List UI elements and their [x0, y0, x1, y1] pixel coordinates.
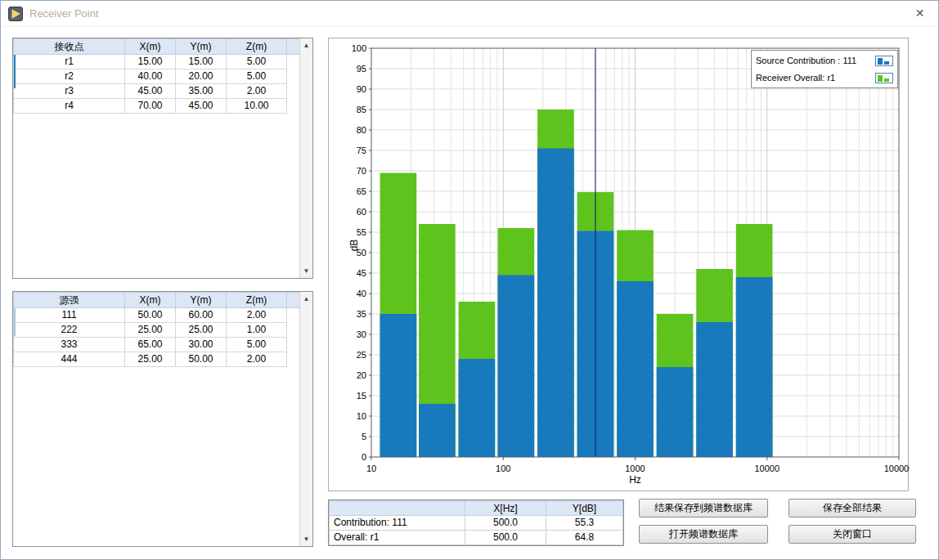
legend-item-contribution[interactable]: Source Contribution : 111 — [756, 53, 893, 68]
table-cell[interactable]: 444 — [14, 352, 125, 367]
column-header: Y(m) — [176, 39, 227, 55]
table-cell[interactable]: 50.00 — [125, 308, 176, 323]
table-cell[interactable]: 2.00 — [227, 352, 287, 367]
column-header: Z(m) — [227, 293, 287, 308]
table-cell[interactable]: 222 — [14, 323, 125, 338]
receiver-table-scrollbar[interactable]: ▲ ▼ — [299, 38, 312, 278]
table-cell[interactable]: 70.00 — [125, 99, 176, 114]
table-cell[interactable]: 25.00 — [125, 352, 176, 367]
readout-header-blank — [330, 501, 465, 516]
selection-indicator — [14, 308, 16, 336]
source-strength-table: 源强X(m)Y(m)Z(m)11150.0060.002.0022225.002… — [12, 291, 313, 547]
table-cell[interactable]: 2.00 — [227, 308, 287, 323]
table-cell[interactable]: 333 — [14, 338, 125, 352]
table-cell[interactable]: 65.00 — [125, 338, 176, 352]
table-cell[interactable]: 5.00 — [227, 55, 287, 69]
bar-plot-icon — [875, 56, 893, 66]
table-cell[interactable]: 5.00 — [227, 338, 287, 352]
svg-text:20: 20 — [357, 370, 366, 380]
svg-text:70: 70 — [357, 166, 366, 176]
svg-text:30: 30 — [357, 329, 366, 339]
row-filler — [287, 99, 301, 114]
svg-text:10000: 10000 — [754, 464, 780, 473]
table-cell[interactable]: 45.00 — [125, 84, 176, 99]
table-cell[interactable]: 40.00 — [125, 69, 176, 84]
table-cell[interactable]: r4 — [14, 99, 125, 114]
table-cell[interactable]: 35.00 — [176, 84, 227, 99]
bar-contribution — [380, 314, 417, 457]
svg-text:0: 0 — [362, 452, 366, 462]
open-spectrum-db-button[interactable]: 打开频谱数据库 — [639, 525, 768, 544]
table-row: r345.0035.002.00 — [14, 84, 301, 99]
legend-label-contribution: Source Contribution : 111 — [756, 56, 856, 65]
table-cell[interactable]: 45.00 — [176, 99, 227, 114]
table-cell[interactable]: 60.00 — [176, 308, 227, 323]
scroll-down-icon[interactable]: ▼ — [300, 265, 312, 277]
labview-app-icon — [8, 7, 23, 21]
readout-header-y: Y[dB] — [546, 501, 623, 516]
readout-header-x: X[Hz] — [465, 501, 546, 516]
table-cell[interactable]: 15.00 — [176, 55, 227, 69]
scroll-down-icon[interactable]: ▼ — [300, 533, 312, 545]
svg-text:65: 65 — [357, 186, 366, 196]
spectrum-chart-panel: 0510152025303540455055606570758085909510… — [328, 38, 909, 491]
source-table-scrollbar[interactable]: ▲ ▼ — [299, 292, 312, 546]
row-filler — [287, 308, 301, 323]
scroll-up-icon[interactable]: ▲ — [300, 293, 312, 305]
column-header: X(m) — [125, 39, 176, 55]
table-cell[interactable]: 30.00 — [176, 338, 227, 352]
svg-text:35: 35 — [357, 309, 366, 319]
table-cell[interactable]: r2 — [14, 69, 125, 84]
row-filler — [287, 338, 301, 352]
table-cell[interactable]: 25.00 — [176, 323, 227, 338]
table-cell[interactable]: 20.00 — [176, 69, 227, 84]
svg-text:1000: 1000 — [625, 464, 645, 473]
row-filler — [287, 323, 301, 338]
column-header: X(m) — [125, 293, 176, 308]
bar-contribution — [419, 404, 456, 457]
bar-contribution — [736, 277, 773, 457]
scroll-up-icon[interactable]: ▲ — [300, 39, 312, 52]
x-axis-label: Hz — [371, 474, 899, 486]
table-cell[interactable]: 111 — [14, 308, 125, 323]
column-header: 接收点 — [14, 39, 125, 55]
legend-item-overall[interactable]: Receiver Overall: r1 — [756, 70, 893, 85]
table-cell[interactable]: 10.00 — [227, 99, 287, 114]
svg-text:25: 25 — [357, 350, 366, 360]
table-cell[interactable]: 15.00 — [125, 55, 176, 69]
column-header: 源强 — [14, 293, 125, 308]
table-cell[interactable]: 1.00 — [227, 323, 287, 338]
svg-text:40: 40 — [357, 289, 366, 298]
readout-x-value[interactable]: 500.0 — [465, 531, 546, 545]
bar-contribution — [498, 276, 535, 458]
readout-row-contribution: Contribution: 111 500.0 55.3 — [330, 516, 623, 531]
receiver-point-window: Receiver Point ✕ 接收点X(m)Y(m)Z(m)r115.001… — [0, 0, 939, 560]
table-cell[interactable]: 5.00 — [227, 69, 287, 84]
table-cell[interactable]: r1 — [14, 55, 125, 69]
table-row: r470.0045.0010.00 — [14, 99, 301, 114]
svg-text:15: 15 — [357, 391, 366, 401]
row-filler — [287, 69, 301, 84]
svg-text:75: 75 — [357, 146, 366, 155]
close-window-button[interactable]: 关闭窗口 — [788, 525, 916, 544]
table-cell[interactable]: r3 — [14, 84, 125, 99]
table-cell[interactable]: 2.00 — [227, 84, 287, 99]
svg-text:55: 55 — [357, 227, 366, 237]
header-row: 源强X(m)Y(m)Z(m) — [14, 293, 301, 308]
readout-x-value[interactable]: 500.0 — [465, 516, 546, 531]
bar-contribution — [657, 367, 694, 457]
row-filler — [287, 55, 301, 69]
bar-contribution — [617, 281, 654, 457]
chart-legend: Source Contribution : 111 Receiver Overa… — [751, 50, 898, 88]
legend-label-overall: Receiver Overall: r1 — [756, 73, 835, 83]
save-all-results-button[interactable]: 保存全部结果 — [788, 499, 916, 517]
close-icon[interactable]: ✕ — [901, 1, 938, 26]
save-to-spectrum-db-button[interactable]: 结果保存到频谱数据库 — [639, 499, 768, 517]
cursor-readout-table: X[Hz] Y[dB] Contribution: 111 500.0 55.3… — [328, 500, 624, 546]
readout-y-value[interactable]: 55.3 — [546, 516, 623, 531]
spectrum-bar-chart[interactable]: 0510152025303540455055606570758085909510… — [329, 38, 910, 492]
column-header: Y(m) — [176, 293, 227, 308]
table-cell[interactable]: 50.00 — [176, 352, 227, 367]
readout-y-value[interactable]: 64.8 — [546, 531, 623, 545]
table-cell[interactable]: 25.00 — [125, 323, 176, 338]
